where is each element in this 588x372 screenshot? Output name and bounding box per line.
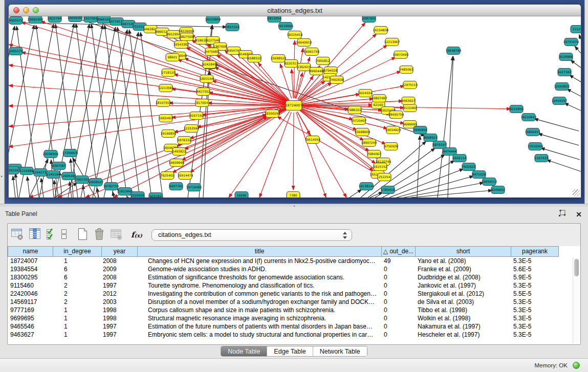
graph-node[interactable]: 9756928 xyxy=(384,143,398,150)
graph-node[interactable]: 1665493 xyxy=(159,115,173,122)
graph-node[interactable]: 19218506 xyxy=(278,23,294,30)
graph-node[interactable]: 1640954 xyxy=(413,126,427,134)
graph-node[interactable]: 10688609 xyxy=(355,128,371,136)
graph-node[interactable]: 1803144 xyxy=(200,75,214,83)
graph-node[interactable]: 7857224 xyxy=(226,24,239,31)
graph-node[interactable]: 16609946 xyxy=(169,159,185,167)
graph-node[interactable]: 10654112 xyxy=(482,178,497,186)
graph-node[interactable]: 20206506 xyxy=(43,150,59,158)
graph-node[interactable]: 8220317 xyxy=(285,60,298,68)
show-column-icon[interactable] xyxy=(28,227,42,243)
graph-node[interactable]: 9129966 xyxy=(559,53,573,61)
scrollbar-thumb[interactable] xyxy=(574,259,579,276)
graph-node[interactable]: 19166855 xyxy=(161,130,177,138)
graph-node[interactable]: 7380 xyxy=(287,192,300,198)
graph-node[interactable]: 939159 xyxy=(9,167,19,174)
table-row[interactable]: 1938455462009Genome-wide association stu… xyxy=(8,265,580,273)
rows-icon[interactable] xyxy=(60,227,68,243)
graph-node[interactable]: 15720407 xyxy=(351,117,367,125)
graph-node[interactable]: 7932621 xyxy=(462,163,476,171)
graph-node[interactable]: 7955812 xyxy=(316,57,330,65)
table-settings-icon[interactable] xyxy=(11,227,25,243)
graph-node[interactable]: 1527002 xyxy=(84,16,98,23)
table-row[interactable]: 977716911998Corpus callosum shape and si… xyxy=(8,306,580,314)
memory-ok-indicator[interactable] xyxy=(573,362,580,369)
graph-node[interactable]: 12213967 xyxy=(384,38,400,46)
graph-node[interactable]: 9245652 xyxy=(491,186,505,194)
tab-edge-table[interactable]: Edge Table xyxy=(267,346,313,356)
function-builder-icon[interactable]: f(x) xyxy=(131,230,142,239)
graph-node[interactable]: 12444157 xyxy=(552,97,568,105)
graph-node[interactable]: 1362615 xyxy=(297,63,311,71)
graph-node[interactable]: 9242845 xyxy=(203,61,216,69)
graph-node[interactable]: 9397587 xyxy=(52,162,66,170)
graph-node[interactable]: 14138141 xyxy=(359,183,375,190)
graph-node[interactable]: 16096 xyxy=(235,192,248,198)
graph-node[interactable]: 18907249 xyxy=(361,139,377,147)
graph-node[interactable]: 2935114 xyxy=(453,155,467,162)
graph-node[interactable]: 10958107 xyxy=(88,179,104,186)
graph-node[interactable]: 19654923 xyxy=(385,126,401,134)
graph-node[interactable]: 9827508 xyxy=(180,33,194,41)
graph-node[interactable]: 18107553 xyxy=(156,99,171,107)
column-header-out[interactable]: △ out_de... xyxy=(382,246,416,257)
graph-node[interactable]: 8958923 xyxy=(424,134,438,142)
graph-node[interactable]: 11123 xyxy=(571,26,581,33)
graph-node[interactable]: 5878332 xyxy=(178,137,191,144)
graph-node[interactable]: 16648784 xyxy=(446,47,462,55)
graph-node[interactable]: 2055170 xyxy=(9,48,23,55)
graph-node[interactable]: 16640910 xyxy=(296,39,312,47)
table-row[interactable]: 946362711997Embryonic stem cells: a mode… xyxy=(8,331,580,339)
table-row[interactable]: 1456911722003Disruption of a novel membe… xyxy=(8,298,580,306)
graph-node[interactable]: 18724007 xyxy=(285,101,302,111)
graph-node[interactable]: 1622764 xyxy=(48,16,62,23)
delete-trash-icon[interactable] xyxy=(93,227,106,243)
vertical-scrollbar[interactable] xyxy=(573,257,580,343)
control-panel-collapsed-strip[interactable]: ‣ xyxy=(0,0,5,204)
graph-node[interactable]: 7084067 xyxy=(367,150,381,158)
graph-node[interactable]: 2718120 xyxy=(162,69,176,77)
tab-network-table[interactable]: Network Table xyxy=(313,346,367,356)
graph-node[interactable]: 8215956 xyxy=(510,105,524,113)
graph-node[interactable]: 20691406 xyxy=(28,16,43,24)
graph-node[interactable]: 8813054 xyxy=(268,16,281,23)
graph-node[interactable]: 16914479 xyxy=(178,172,193,180)
tab-node-table[interactable]: Node Table xyxy=(221,346,267,356)
network-canvas[interactable]: 4505572206914061622764106552871527002896… xyxy=(9,16,581,198)
minimize-window-button[interactable] xyxy=(23,7,29,13)
graph-node[interactable]: 10655287 xyxy=(68,16,83,22)
column-header-title[interactable]: title xyxy=(138,246,382,257)
graph-node[interactable]: 2520605 xyxy=(131,192,145,198)
graph-node[interactable]: 6879197 xyxy=(433,141,447,149)
graph-node[interactable]: 12353594 xyxy=(184,125,200,133)
column-header-in[interactable]: in_degree xyxy=(53,246,102,257)
graph-node[interactable]: 98901 xyxy=(166,54,179,61)
graph-node[interactable]: 28495754 xyxy=(388,111,404,119)
close-panel-icon[interactable]: ✕ xyxy=(576,210,582,218)
table-row[interactable]: 2242004622012Investigating the contribut… xyxy=(8,290,580,298)
graph-node[interactable]: 16154838 xyxy=(373,27,389,34)
graph-node[interactable]: 252254 xyxy=(378,173,391,181)
graph-node[interactable]: 1615152 xyxy=(374,163,387,171)
table-row[interactable]: 946554611997Estimation of the future num… xyxy=(8,322,580,331)
graph-node[interactable]: 16961758 xyxy=(304,48,320,56)
graph-node[interactable]: 6588520 xyxy=(248,55,262,62)
graph-node[interactable]: 12975115 xyxy=(402,81,418,89)
graph-node[interactable]: 1145194 xyxy=(47,171,60,179)
graph-node[interactable]: 9115460 xyxy=(403,104,417,112)
network-graph[interactable]: 4505572206914061622764106552871527002896… xyxy=(9,16,581,198)
graph-node[interactable]: 18325419 xyxy=(287,31,303,39)
graph-node[interactable]: 1783416 xyxy=(381,186,395,194)
table-row[interactable]: 1872400712008Changes of HCN gene express… xyxy=(8,257,580,265)
table-selector-dropdown[interactable]: citations_edges.txt xyxy=(151,229,352,241)
graph-node[interactable]: 1493822 xyxy=(172,148,186,156)
graph-node[interactable]: 7485063 xyxy=(400,66,413,74)
graph-node[interactable]: 2087682 xyxy=(362,16,376,23)
graph-node[interactable]: 817004 xyxy=(195,99,209,107)
graph-node[interactable]: 15892971 xyxy=(525,128,541,136)
graph-node[interactable]: 8471026 xyxy=(472,171,486,179)
window-titlebar[interactable]: citations_edges.txt xyxy=(9,5,581,16)
maximize-window-button[interactable] xyxy=(33,7,39,13)
close-window-button[interactable] xyxy=(13,7,19,13)
graph-node[interactable]: 7625402 xyxy=(161,172,175,180)
